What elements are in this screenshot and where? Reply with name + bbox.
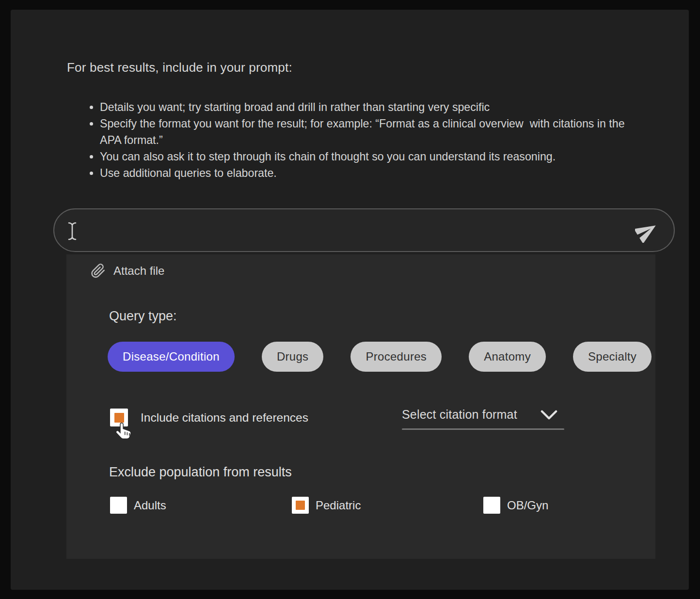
pediatric-checkbox-label[interactable]: Pediatric xyxy=(316,499,361,512)
query-type-option-disease-condition[interactable]: Disease/Condition xyxy=(108,342,235,372)
tips-list: Details you want; try starting broad and… xyxy=(88,99,641,181)
i-beam-cursor-icon xyxy=(66,221,79,241)
chevron-down-icon xyxy=(541,410,557,420)
citations-checkbox-label[interactable]: Include citations and references xyxy=(141,411,308,425)
query-type-pills: Disease/Condition Drugs Procedures Anato… xyxy=(108,342,652,372)
citation-format-dropdown[interactable]: Select citation format xyxy=(402,408,564,430)
query-type-option-anatomy[interactable]: Anatomy xyxy=(469,342,546,372)
population-heading: Exclude population from results xyxy=(109,465,292,480)
obgyn-checkbox-label[interactable]: OB/Gyn xyxy=(507,499,548,512)
population-option-adults: Adults xyxy=(110,497,166,514)
content-area: For best results, include in your prompt… xyxy=(11,10,689,590)
prompt-input[interactable] xyxy=(53,208,675,252)
query-options-panel: Attach file Query type: Disease/Conditio… xyxy=(66,254,655,559)
query-type-option-specialty[interactable]: Specialty xyxy=(573,342,652,372)
tip-item: You can also ask it to step through its … xyxy=(100,148,641,165)
tip-item: Details you want; try starting broad and… xyxy=(100,99,641,115)
tip-item: Specify the format you want for the resu… xyxy=(100,115,641,148)
dropdown-underline xyxy=(402,428,564,430)
attach-file-button[interactable]: Attach file xyxy=(91,263,164,279)
app-frame: For best results, include in your prompt… xyxy=(0,0,700,599)
citations-checkbox[interactable] xyxy=(110,409,128,426)
tip-item: Use additional queries to elaborate. xyxy=(100,165,641,181)
query-type-option-drugs[interactable]: Drugs xyxy=(262,342,324,372)
intro-heading: For best results, include in your prompt… xyxy=(67,60,292,75)
attach-file-label: Attach file xyxy=(113,264,164,278)
pediatric-checkbox-fill xyxy=(296,501,305,510)
population-option-pediatric: Pediatric xyxy=(292,497,361,514)
paperclip-icon xyxy=(91,263,106,279)
adults-checkbox-label[interactable]: Adults xyxy=(134,499,166,512)
send-button[interactable] xyxy=(635,220,658,243)
query-type-label: Query type: xyxy=(109,309,177,324)
population-option-obgyn: OB/Gyn xyxy=(483,497,548,514)
pediatric-checkbox[interactable] xyxy=(292,497,309,514)
citations-checkbox-fill xyxy=(114,413,124,423)
adults-checkbox[interactable] xyxy=(110,497,127,514)
citations-row: Include citations and references xyxy=(110,409,308,426)
paper-plane-icon xyxy=(635,220,658,243)
obgyn-checkbox[interactable] xyxy=(483,497,500,514)
query-type-option-procedures[interactable]: Procedures xyxy=(350,342,442,372)
citation-format-dropdown-label: Select citation format xyxy=(402,408,517,422)
